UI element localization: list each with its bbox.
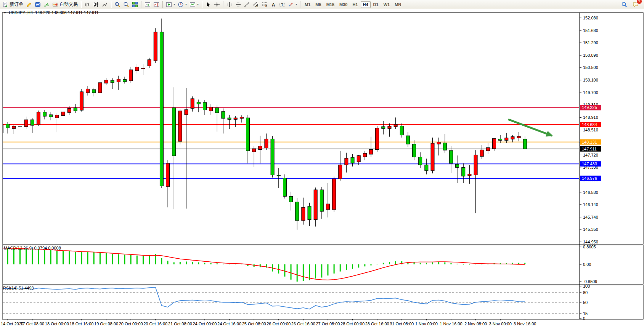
trendline-button[interactable] — [243, 0, 251, 9]
candle — [419, 157, 422, 165]
rsi-scale-label: 80 — [583, 290, 588, 295]
macd-histogram-bar — [457, 264, 458, 264]
chart-shift-icon — [153, 2, 159, 8]
charts-button[interactable] — [34, 0, 42, 9]
collapse-icon[interactable]: ▼ — [3, 11, 6, 14]
timeframe-mn-button[interactable]: MN — [392, 1, 403, 8]
macd-histogram-bar — [395, 261, 396, 264]
vertical-line-button[interactable] — [225, 0, 234, 9]
vertical-line-icon — [226, 2, 233, 8]
candle — [37, 112, 40, 125]
chevron-down-icon[interactable]: ▾ — [296, 3, 297, 6]
text-label-button[interactable]: T — [278, 0, 286, 9]
candle — [493, 139, 496, 149]
periods-icon — [178, 2, 184, 8]
chevron-down-icon[interactable]: ▾ — [185, 3, 187, 6]
horizontal-line-button[interactable] — [234, 0, 243, 9]
macd-histogram-bar — [383, 263, 384, 264]
macd-scale-label: -0.8509 — [583, 279, 597, 284]
timeframe-m30-button[interactable]: M30 — [337, 1, 350, 8]
candle — [172, 108, 176, 156]
toolbar-separator — [111, 1, 111, 8]
chevron-down-icon[interactable]: ▾ — [173, 3, 175, 6]
macd-histogram-bar — [469, 264, 470, 264]
macd-histogram-bar — [371, 264, 372, 266]
time-tick-label: 1 Nov 16:00 — [440, 322, 462, 326]
candle — [289, 196, 293, 202]
bar-chart-button[interactable] — [83, 0, 92, 9]
chart-canvas[interactable]: 152.080151.680151.290150.890150.500150.1… — [0, 9, 644, 328]
zoom-in-button[interactable] — [113, 0, 122, 9]
candle — [505, 138, 508, 141]
candle — [320, 190, 323, 211]
candle — [326, 204, 329, 210]
macd-histogram-bar — [364, 264, 365, 266]
chart-shift-button[interactable] — [152, 0, 161, 9]
tile-windows-button[interactable] — [131, 0, 139, 9]
arrows-button[interactable]: ▾ — [287, 0, 298, 9]
chart-window[interactable]: ▼ USDJPY-,H4 148.220 148.306 147.911 147… — [0, 9, 644, 328]
macd-histogram-bar — [69, 251, 70, 264]
chevron-down-icon[interactable]: ▾ — [197, 3, 199, 6]
new-order-icon — [2, 2, 8, 8]
zoom-out-button[interactable] — [122, 0, 130, 9]
candle-chart-button[interactable] — [92, 0, 100, 9]
timeframe-d1-button[interactable]: D1 — [371, 1, 381, 8]
fibonacci-button[interactable]: F — [260, 0, 269, 9]
timeframe-m1-button[interactable]: M1 — [302, 1, 313, 8]
svg-text:E: E — [257, 5, 259, 8]
macd-histogram-bar — [161, 258, 162, 264]
macd-histogram-bar — [297, 264, 298, 282]
chart-title-bar[interactable]: ▼ USDJPY-,H4 148.220 148.306 147.911 147… — [3, 10, 99, 15]
new-chart-button[interactable]: ▾ — [165, 0, 176, 9]
equidistant-channel-button[interactable]: E — [252, 0, 260, 9]
rsi-scale-label: 50 — [583, 300, 588, 305]
signals-button[interactable] — [42, 0, 51, 9]
price-tick-label: 150.890 — [583, 53, 598, 58]
rsi-scale-label: 0 — [583, 316, 585, 321]
toolbar-separator — [81, 1, 81, 8]
text-button[interactable]: A — [269, 0, 278, 9]
new-order-button-label: 新订单 — [10, 1, 23, 8]
candle — [141, 68, 145, 69]
candle — [31, 120, 34, 125]
timeframe-m5-button[interactable]: M5 — [313, 1, 323, 8]
styles-button[interactable] — [25, 0, 33, 9]
periods-button[interactable]: ▾ — [177, 0, 188, 9]
search-button[interactable] — [620, 0, 628, 9]
macd-histogram-bar — [198, 262, 199, 264]
macd-histogram-bar — [475, 264, 476, 264]
line-chart-button[interactable] — [101, 0, 109, 9]
macd-histogram-bar — [63, 251, 64, 264]
styles-icon — [26, 2, 32, 8]
macd-histogram-bar — [450, 263, 451, 264]
time-tick-label: 18 Oct 00:00 — [45, 322, 69, 326]
auto-scroll-button[interactable] — [143, 0, 152, 9]
candle — [474, 155, 477, 175]
candle — [191, 99, 194, 109]
signals-icon — [43, 2, 50, 8]
macd-histogram-bar — [19, 249, 21, 264]
templates-button[interactable]: ▾ — [188, 0, 200, 9]
candle — [302, 207, 305, 221]
search-icon — [621, 2, 627, 8]
toolbar-right-group: 1 — [620, 0, 643, 9]
candle — [345, 158, 348, 165]
new-order-button[interactable]: 新订单 — [1, 0, 24, 9]
macd-histogram-bar — [340, 264, 341, 272]
cursor-button[interactable] — [204, 0, 212, 9]
candle — [394, 125, 397, 127]
timeframe-w1-button[interactable]: W1 — [381, 1, 392, 8]
macd-histogram-bar — [38, 249, 39, 264]
timeframe-m15-button[interactable]: M15 — [324, 1, 337, 8]
timeframe-h1-button[interactable]: H1 — [350, 1, 360, 8]
auto-trading-button[interactable]: 自动交易 — [51, 0, 79, 9]
macd-histogram-bar — [87, 251, 88, 264]
timeframe-h4-button[interactable]: H4 — [361, 1, 371, 8]
candle — [314, 190, 317, 219]
macd-histogram-bar — [463, 264, 464, 264]
notifications-button[interactable]: 1 — [631, 0, 640, 9]
crosshair-button[interactable] — [213, 0, 221, 9]
price-tick-label: 145.350 — [583, 227, 598, 232]
time-axis[interactable]: 14 Oct 202217 Oct 08:0018 Oct 00:0018 Oc… — [1, 319, 536, 326]
